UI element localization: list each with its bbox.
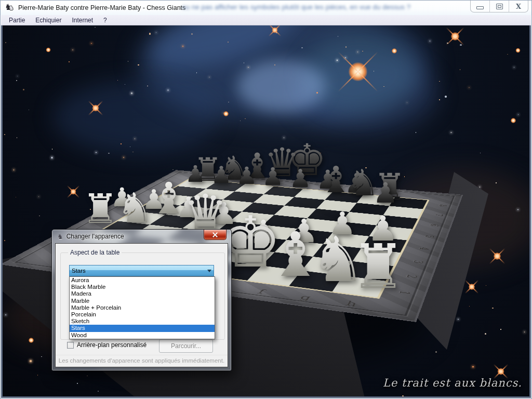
star xyxy=(338,36,339,37)
black-pawn[interactable]: ♟ xyxy=(234,164,260,188)
star xyxy=(91,43,92,44)
star xyxy=(345,46,347,48)
dropdown-item[interactable]: Stars xyxy=(70,325,215,331)
star xyxy=(402,395,404,397)
dropdown-item[interactable]: Madera xyxy=(70,290,215,297)
star xyxy=(51,157,53,158)
star xyxy=(30,360,32,362)
star xyxy=(14,169,15,170)
star xyxy=(459,298,460,299)
star xyxy=(374,71,375,72)
menu-echiquier[interactable]: Echiquier xyxy=(30,15,66,25)
star xyxy=(128,61,129,62)
star xyxy=(135,138,136,139)
nebula xyxy=(141,25,307,83)
star xyxy=(439,81,440,82)
menu-partie[interactable]: Partie xyxy=(4,15,30,25)
dropdown-item[interactable]: Marble + Porcelain xyxy=(70,304,215,311)
star xyxy=(514,67,515,68)
star xyxy=(121,143,122,144)
combobox-value: Stars xyxy=(70,268,205,274)
star xyxy=(469,87,470,88)
star xyxy=(16,80,17,81)
dropdown-item[interactable]: Black Marble xyxy=(70,284,215,290)
turn-status-text: Le trait est aux blancs. xyxy=(383,377,522,389)
white-knight[interactable]: ♞ xyxy=(112,188,158,229)
star xyxy=(132,152,134,153)
star xyxy=(96,152,97,153)
minimize-icon xyxy=(476,6,484,9)
star xyxy=(39,216,40,217)
star xyxy=(240,121,241,122)
black-pawn[interactable]: ♟ xyxy=(287,166,314,191)
menu-help[interactable]: ? xyxy=(98,15,112,25)
star xyxy=(87,376,88,377)
star xyxy=(41,286,42,287)
dropdown-item[interactable]: Wood xyxy=(70,332,215,339)
close-x-icon xyxy=(212,232,218,237)
menu-internet[interactable]: Internet xyxy=(66,15,98,25)
star xyxy=(485,333,487,335)
star xyxy=(316,92,318,94)
window-title: Pierre-Marie Baty contre Pierre-Marie Ba… xyxy=(18,4,185,11)
table-aspect-dropdown: Aurora Black Marble Madera Marble Marble… xyxy=(69,276,215,339)
star xyxy=(496,182,497,183)
dropdown-item[interactable]: Porcelain xyxy=(70,311,215,318)
checkbox-label: Arrière-plan personnalisé xyxy=(77,341,147,349)
star xyxy=(500,329,501,330)
minimize-button[interactable] xyxy=(471,1,489,12)
star xyxy=(440,274,442,276)
star xyxy=(17,76,18,77)
maximize-button[interactable] xyxy=(489,1,509,12)
star xyxy=(472,366,474,368)
black-pawn[interactable]: ♟ xyxy=(259,164,286,189)
star xyxy=(72,49,73,50)
nebula xyxy=(53,81,219,154)
custom-background-row: Arrière-plan personnalisé xyxy=(67,341,147,349)
star xyxy=(507,54,508,55)
star xyxy=(274,64,275,65)
star xyxy=(69,61,70,63)
dropdown-item[interactable]: Marble xyxy=(70,298,215,304)
star xyxy=(362,51,363,52)
star xyxy=(524,331,525,332)
star xyxy=(445,96,447,98)
groupbox-label: Aspect de la table xyxy=(68,249,122,256)
star xyxy=(23,89,25,91)
star xyxy=(253,394,254,395)
star xyxy=(17,289,18,291)
close-icon: X xyxy=(516,3,521,10)
star xyxy=(461,236,462,237)
dropdown-item[interactable]: Sketch xyxy=(70,318,215,325)
nebula xyxy=(237,60,326,112)
star xyxy=(439,99,440,100)
star xyxy=(77,383,78,384)
black-pawn[interactable]: ♟ xyxy=(370,179,401,207)
nebula xyxy=(302,32,417,115)
star xyxy=(130,147,131,148)
star xyxy=(196,72,197,73)
blurred-overlay-text: ou ne pas afficher les symboles plutôt q… xyxy=(182,3,494,11)
star xyxy=(460,44,462,46)
star xyxy=(29,110,30,111)
dropdown-item[interactable]: Aurora xyxy=(70,277,215,284)
star xyxy=(416,132,417,133)
browse-button[interactable]: Parcourir... xyxy=(159,339,213,353)
chevron-down-icon[interactable] xyxy=(205,270,214,272)
star xyxy=(191,33,193,35)
nebula xyxy=(139,25,430,123)
star xyxy=(38,196,39,197)
white-rook[interactable]: ♜ xyxy=(344,236,412,297)
close-button[interactable]: X xyxy=(509,1,528,12)
star xyxy=(117,80,118,81)
star xyxy=(4,240,6,242)
black-pawn[interactable]: ♟ xyxy=(208,163,234,187)
table-aspect-combobox[interactable]: Stars xyxy=(69,265,214,276)
star xyxy=(486,285,487,286)
star xyxy=(123,157,124,158)
custom-background-checkbox[interactable] xyxy=(67,342,74,349)
star xyxy=(480,187,481,188)
window-controls: X xyxy=(470,1,528,12)
dialog-close-button[interactable] xyxy=(204,230,227,240)
star xyxy=(172,169,174,170)
